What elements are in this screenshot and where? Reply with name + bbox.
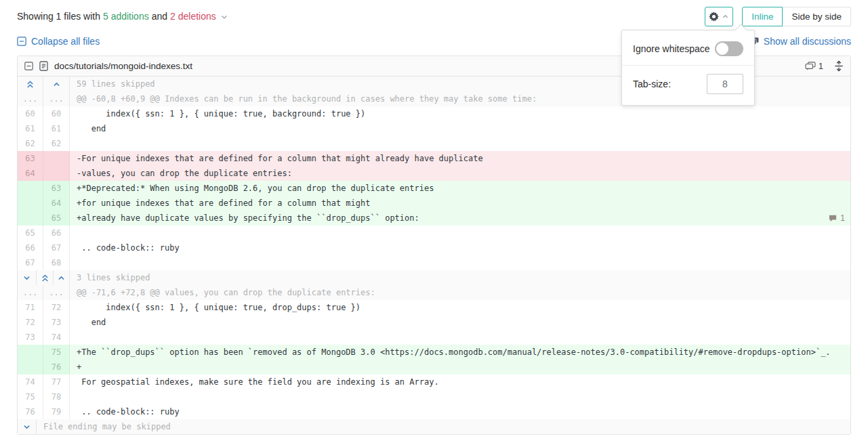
expand-down-cell[interactable] <box>18 270 37 285</box>
chevron-up-icon <box>722 13 729 20</box>
new-line-number[interactable] <box>43 151 70 166</box>
comments-icon <box>805 62 816 70</box>
old-line-number[interactable] <box>18 211 43 226</box>
code-text: index({ ssn: 1 }, { unique: true, backgr… <box>77 106 365 121</box>
new-line-number[interactable]: 60 <box>43 106 70 121</box>
old-line-number[interactable]: 62 <box>18 136 43 151</box>
old-line-number[interactable]: 67 <box>18 255 43 270</box>
new-line-number[interactable] <box>43 166 70 181</box>
old-line-number[interactable] <box>18 345 43 360</box>
new-line-number[interactable]: 64 <box>43 196 70 211</box>
code-text: .. code-block:: ruby <box>77 240 180 255</box>
old-line-number[interactable]: 73 <box>18 330 43 345</box>
file-path[interactable]: docs/tutorials/mongoid-indexes.txt <box>54 61 192 71</box>
code-text: For geospatial indexes, make sure the fi… <box>77 375 439 389</box>
old-line-number[interactable]: 74 <box>18 375 43 389</box>
code-text: @@ -60,8 +60,9 @@ Indexes can be run in … <box>77 91 537 106</box>
old-line-number[interactable]: 63 <box>18 151 43 166</box>
new-line-number[interactable]: 78 <box>43 389 70 404</box>
tab-size-input[interactable] <box>707 74 743 94</box>
new-line-number[interactable]: 76 <box>43 360 70 375</box>
file-comment-count[interactable]: 1 <box>805 61 823 71</box>
code-line-content: index({ ssn: 1 }, { unique: true, drop_d… <box>70 300 850 315</box>
code-line-content: @@ -71,6 +72,8 @@ values, you can drop t… <box>70 285 850 300</box>
new-line-number[interactable]: 72 <box>43 300 70 315</box>
old-line-ellipsis[interactable]: ... <box>18 285 43 300</box>
code-text: end <box>77 121 106 136</box>
expand-all-cell[interactable] <box>37 270 54 285</box>
code-text: +The ``drop_dups`` option has been `remo… <box>77 345 831 360</box>
code-text: 3 lines skipped <box>77 270 150 285</box>
gear-icon <box>709 12 719 22</box>
collapse-all-files-link[interactable]: Collapse all files <box>17 36 100 47</box>
side-by-side-view-button[interactable]: Side by side <box>783 7 851 26</box>
inline-view-button[interactable]: Inline <box>742 7 783 26</box>
new-line-ellipsis[interactable]: ... <box>43 285 70 300</box>
old-line-number[interactable] <box>18 196 43 211</box>
diff-row-add: 75+The ``drop_dups`` option has been `re… <box>18 345 850 360</box>
expand-down-icon[interactable] <box>22 274 31 282</box>
chevron-down-icon <box>220 13 228 21</box>
old-line-number[interactable] <box>18 360 43 375</box>
old-line-number[interactable] <box>18 181 43 196</box>
code-line-content <box>70 330 850 345</box>
diff-row-skipend: File ending may be skipped <box>18 419 850 434</box>
old-line-number[interactable]: 61 <box>18 121 43 136</box>
show-all-discussions-link[interactable]: Show all discussions <box>749 36 851 47</box>
diff-row-context: 7374 <box>18 330 850 345</box>
new-line-number[interactable]: 77 <box>43 375 70 389</box>
line-discussion-badge[interactable]: 1 <box>829 211 845 226</box>
code-text: .. code-block:: ruby <box>77 404 180 419</box>
diff-row-context: 6060 index({ ssn: 1 }, { unique: true, b… <box>18 106 850 121</box>
code-line-content: .. code-block:: ruby <box>70 404 850 419</box>
summary-prefix: Showing 1 files with <box>17 11 100 22</box>
expand-down-cell[interactable] <box>18 419 37 434</box>
toggle-knob <box>716 43 728 55</box>
old-line-number[interactable]: 72 <box>18 315 43 330</box>
new-line-number[interactable]: 79 <box>43 404 70 419</box>
code-text: +for unique indexes that are defined for… <box>77 196 370 211</box>
old-line-number[interactable]: 66 <box>18 240 43 255</box>
new-line-number[interactable]: 62 <box>43 136 70 151</box>
expand-all-icon[interactable] <box>26 80 35 89</box>
new-line-number[interactable]: 67 <box>43 240 70 255</box>
expand-up-icon[interactable] <box>52 80 61 89</box>
old-line-number[interactable]: 75 <box>18 389 43 404</box>
ignore-whitespace-toggle[interactable] <box>715 41 743 56</box>
expand-all-icon[interactable] <box>41 274 49 282</box>
new-line-number[interactable]: 73 <box>43 315 70 330</box>
new-line-number[interactable]: 61 <box>43 121 70 136</box>
expand-file-icon[interactable] <box>834 60 844 72</box>
diff-settings-button[interactable] <box>705 7 733 26</box>
expand-up-icon[interactable] <box>57 274 66 282</box>
collapse-file-icon[interactable] <box>24 62 33 70</box>
diff-row-context: 6161 end <box>18 121 850 136</box>
expand-up-cell[interactable] <box>54 270 70 285</box>
new-line-number[interactable]: 75 <box>43 345 70 360</box>
diff-stats-summary[interactable]: Showing 1 files with 5 additions and 2 d… <box>17 11 228 22</box>
old-line-ellipsis[interactable]: ... <box>18 91 43 106</box>
code-line-content: end <box>70 315 850 330</box>
expand-up-cell[interactable] <box>43 77 70 91</box>
diff-row-del: 63-For unique indexes that are defined f… <box>18 151 850 166</box>
new-line-ellipsis[interactable]: ... <box>43 91 70 106</box>
view-actions: Inline Side by side <box>705 7 851 26</box>
old-line-number[interactable]: 64 <box>18 166 43 181</box>
old-line-number[interactable]: 60 <box>18 106 43 121</box>
code-line-content: +The ``drop_dups`` option has been `remo… <box>70 345 850 360</box>
old-line-number[interactable]: 71 <box>18 300 43 315</box>
new-line-number[interactable]: 66 <box>43 226 70 240</box>
new-line-number[interactable]: 68 <box>43 255 70 270</box>
old-line-number[interactable]: 76 <box>18 404 43 419</box>
tab-size-label: Tab-size: <box>633 79 671 89</box>
diff-row-add: 64+for unique indexes that are defined f… <box>18 196 850 211</box>
diff-toolbar: Showing 1 files with 5 additions and 2 d… <box>17 6 851 26</box>
expand-down-icon[interactable] <box>22 423 31 431</box>
code-text: + <box>77 360 81 375</box>
new-line-number[interactable]: 65 <box>43 211 70 226</box>
new-line-number[interactable]: 74 <box>43 330 70 345</box>
code-line-content: 3 lines skipped <box>70 270 850 285</box>
old-line-number[interactable]: 65 <box>18 226 43 240</box>
new-line-number[interactable]: 63 <box>43 181 70 196</box>
expand-all-cell[interactable] <box>18 77 43 91</box>
